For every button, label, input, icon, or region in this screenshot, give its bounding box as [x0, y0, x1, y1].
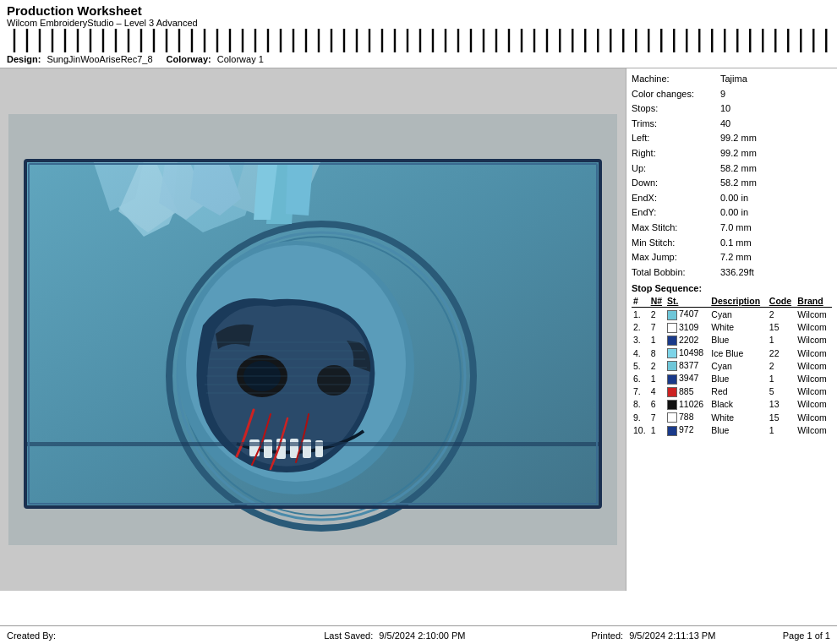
table-row: 1. 2 7407 Cyan 2 Wilcom [632, 308, 832, 321]
row-num: 3. [632, 334, 649, 347]
color-swatch [667, 348, 677, 358]
col-desc: Description [709, 295, 768, 308]
trims-label: Trims: [632, 117, 720, 132]
svg-rect-34 [25, 442, 600, 446]
down-value: 58.2 mm [720, 176, 757, 191]
colorway-field: Colorway: Colorway 1 [167, 54, 264, 64]
row-swatch-st: 10498 [665, 347, 709, 359]
max-stitch-label: Max Stitch: [632, 221, 720, 236]
row-n: 4 [649, 385, 665, 398]
design-label: Design: [7, 54, 41, 64]
table-row: 5. 2 8377 Cyan 2 Wilcom [632, 359, 832, 372]
row-n: 7 [649, 321, 665, 334]
page-wrapper: Production Worksheet Wilcom EmbroiderySt… [0, 0, 837, 644]
row-swatch-st: 972 [665, 423, 709, 436]
content-area: Machine: Tajima Color changes: 9 Stops: … [0, 68, 837, 591]
row-description: Blue [709, 334, 768, 347]
footer-page: Page 1 of 1 [783, 630, 830, 641]
row-description: Red [709, 385, 768, 398]
color-swatch [667, 387, 677, 397]
row-brand: Wilcom [796, 385, 832, 398]
machine-label: Machine: [632, 72, 720, 87]
color-swatch [667, 374, 677, 385]
col-n: N# [649, 295, 665, 308]
col-code: Code [768, 295, 796, 308]
row-brand: Wilcom [796, 321, 832, 334]
color-swatch [667, 412, 677, 423]
row-num: 5. [632, 359, 649, 372]
svg-point-17 [317, 365, 351, 396]
up-value: 58.2 mm [720, 161, 757, 177]
row-num: 2. [632, 321, 649, 334]
row-code: 2 [768, 308, 796, 321]
colorway-value: Colorway 1 [217, 54, 264, 64]
row-code: 22 [768, 347, 796, 359]
row-swatch-st: 2202 [665, 334, 709, 347]
created-by-label: Created By: [7, 630, 56, 641]
color-swatch [667, 310, 677, 320]
svg-marker-26 [286, 163, 313, 216]
header-left: Production Worksheet Wilcom EmbroiderySt… [0, 0, 837, 68]
row-description: White [709, 411, 768, 423]
row-description: Cyan [709, 359, 768, 372]
machine-info-section: Machine: Tajima Color changes: 9 Stops: … [632, 72, 832, 280]
footer-created-by: Created By: [7, 630, 265, 641]
row-num: 6. [632, 372, 649, 385]
row-num: 8. [632, 398, 649, 411]
color-swatch [667, 336, 677, 346]
design-value: SungJinWooAriseRec7_8 [46, 54, 152, 64]
row-code: 1 [768, 372, 796, 385]
right-label: Right: [632, 146, 720, 161]
max-stitch-value: 7.0 mm [720, 221, 752, 236]
printed-value: 9/5/2024 2:11:13 PM [629, 630, 715, 641]
row-brand: Wilcom [796, 398, 832, 411]
barcode: ||||||||||||||||||||||||||||||||||||||||… [7, 30, 837, 52]
color-swatch [667, 323, 677, 333]
row-description: Ice Blue [709, 347, 768, 359]
endx-value: 0.00 in [720, 191, 748, 206]
right-value: 99.2 mm [720, 146, 757, 161]
table-row: 7. 4 885 Red 5 Wilcom [632, 385, 832, 398]
row-code: 13 [768, 398, 796, 411]
total-bobbin-value: 336.29ft [720, 265, 754, 281]
row-code: 15 [768, 411, 796, 423]
down-label: Down: [632, 176, 720, 191]
table-row: 9. 7 788 White 15 Wilcom [632, 411, 832, 423]
color-changes-value: 9 [720, 87, 725, 102]
row-description: Black [709, 398, 768, 411]
page-label: Page 1 of 1 [783, 630, 830, 641]
last-saved-label: Last Saved: [324, 630, 373, 641]
stop-sequence-table: # N# St. Description Code Brand 1. 2 740… [632, 295, 832, 436]
page-title: Production Worksheet [7, 3, 837, 18]
col-brand: Brand [796, 295, 832, 308]
row-brand: Wilcom [796, 411, 832, 423]
endy-label: EndY: [632, 205, 720, 221]
row-swatch-st: 788 [665, 411, 709, 423]
row-swatch-st: 7407 [665, 308, 709, 321]
color-swatch [667, 400, 677, 410]
colorway-label: Colorway: [167, 54, 211, 64]
stop-sequence-section: Stop Sequence: # N# St. Description Code… [632, 283, 832, 436]
row-description: Blue [709, 372, 768, 385]
row-brand: Wilcom [796, 423, 832, 436]
row-num: 9. [632, 411, 649, 423]
table-row: 2. 7 3109 White 15 Wilcom [632, 321, 832, 334]
row-swatch-st: 3109 [665, 321, 709, 334]
max-jump-value: 7.2 mm [720, 250, 752, 265]
row-code: 1 [768, 334, 796, 347]
right-panel: Machine: Tajima Color changes: 9 Stops: … [626, 68, 837, 591]
footer: Created By: Last Saved: 9/5/2024 2:10:00… [0, 625, 837, 644]
color-changes-label: Color changes: [632, 87, 720, 102]
row-n: 6 [649, 398, 665, 411]
row-n: 1 [649, 423, 665, 436]
row-n: 2 [649, 359, 665, 372]
up-label: Up: [632, 161, 720, 177]
row-n: 2 [649, 308, 665, 321]
row-code: 5 [768, 385, 796, 398]
row-brand: Wilcom [796, 347, 832, 359]
left-value: 99.2 mm [720, 131, 757, 146]
row-swatch-st: 885 [665, 385, 709, 398]
footer-last-saved: Last Saved: 9/5/2024 2:10:00 PM [265, 630, 524, 641]
row-description: White [709, 321, 768, 334]
table-row: 4. 8 10498 Ice Blue 22 Wilcom [632, 347, 832, 359]
